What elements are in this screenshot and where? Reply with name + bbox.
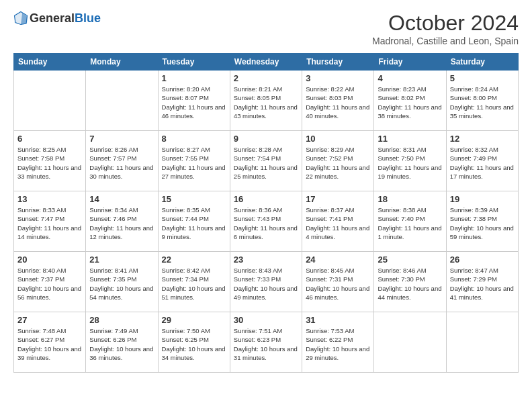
day-info: Sunrise: 8:47 AM Sunset: 7:29 PM Dayligh… [450,266,515,302]
day-info: Sunrise: 8:41 AM Sunset: 7:35 PM Dayligh… [89,266,154,302]
calendar-day-cell: 12Sunrise: 8:32 AM Sunset: 7:49 PM Dayli… [446,131,518,191]
day-number: 3 [306,73,370,83]
day-number: 30 [234,315,298,325]
location-title: Madronal, Castille and Leon, Spain [372,36,519,46]
day-info: Sunrise: 8:36 AM Sunset: 7:43 PM Dayligh… [234,205,298,241]
day-info: Sunrise: 7:49 AM Sunset: 6:26 PM Dayligh… [89,326,154,362]
calendar-week-row: 6Sunrise: 8:25 AM Sunset: 7:58 PM Daylig… [14,131,519,191]
day-number: 9 [234,134,298,144]
day-number: 4 [378,73,442,83]
day-number: 24 [306,255,370,265]
day-number: 19 [450,194,515,204]
day-info: Sunrise: 8:35 AM Sunset: 7:44 PM Dayligh… [162,205,226,241]
day-number: 25 [378,255,442,265]
day-number: 10 [306,134,370,144]
calendar-day-cell: 8Sunrise: 8:27 AM Sunset: 7:55 PM Daylig… [158,131,230,191]
calendar-day-cell: 10Sunrise: 8:29 AM Sunset: 7:52 PM Dayli… [302,131,374,191]
header: GeneralBlue October 2024 Madronal, Casti… [13,11,519,46]
day-info: Sunrise: 7:50 AM Sunset: 6:25 PM Dayligh… [162,326,226,362]
page: GeneralBlue October 2024 Madronal, Casti… [0,0,532,386]
calendar-day-cell: 2Sunrise: 8:21 AM Sunset: 8:05 PM Daylig… [230,71,302,131]
day-number: 13 [17,194,82,204]
calendar-week-row: 27Sunrise: 7:48 AM Sunset: 6:27 PM Dayli… [14,312,519,373]
calendar-day-cell: 28Sunrise: 7:49 AM Sunset: 6:26 PM Dayli… [86,312,158,373]
day-info: Sunrise: 8:23 AM Sunset: 8:02 PM Dayligh… [378,85,442,120]
calendar-week-row: 20Sunrise: 8:40 AM Sunset: 7:37 PM Dayli… [14,252,519,312]
calendar-day-cell: 17Sunrise: 8:37 AM Sunset: 7:41 PM Dayli… [302,191,374,252]
day-info: Sunrise: 7:53 AM Sunset: 6:22 PM Dayligh… [306,326,370,362]
calendar-week-row: 13Sunrise: 8:33 AM Sunset: 7:47 PM Dayli… [14,191,519,252]
calendar-header-row: SundayMondayTuesdayWednesdayThursdayFrid… [14,54,519,71]
calendar-day-cell: 3Sunrise: 8:22 AM Sunset: 8:03 PM Daylig… [302,71,374,131]
day-info: Sunrise: 8:37 AM Sunset: 7:41 PM Dayligh… [306,205,370,241]
day-info: Sunrise: 8:46 AM Sunset: 7:30 PM Dayligh… [378,266,442,302]
calendar-day-cell [86,71,158,131]
calendar-day-cell: 6Sunrise: 8:25 AM Sunset: 7:58 PM Daylig… [14,131,86,191]
day-info: Sunrise: 8:21 AM Sunset: 8:05 PM Dayligh… [234,85,298,120]
calendar-day-cell: 4Sunrise: 8:23 AM Sunset: 8:02 PM Daylig… [374,71,446,131]
calendar-day-header: Wednesday [230,54,302,71]
calendar-day-cell: 24Sunrise: 8:45 AM Sunset: 7:31 PM Dayli… [302,252,374,312]
day-number: 28 [89,315,154,325]
calendar-table: SundayMondayTuesdayWednesdayThursdayFrid… [13,53,519,373]
calendar-day-cell: 23Sunrise: 8:43 AM Sunset: 7:33 PM Dayli… [230,252,302,312]
day-info: Sunrise: 8:38 AM Sunset: 7:40 PM Dayligh… [378,205,442,241]
calendar-day-cell: 14Sunrise: 8:34 AM Sunset: 7:46 PM Dayli… [86,191,158,252]
day-info: Sunrise: 8:25 AM Sunset: 7:58 PM Dayligh… [17,145,82,181]
day-number: 11 [378,134,442,144]
day-info: Sunrise: 8:33 AM Sunset: 7:47 PM Dayligh… [17,205,82,241]
calendar-day-cell: 29Sunrise: 7:50 AM Sunset: 6:25 PM Dayli… [158,312,230,373]
day-info: Sunrise: 7:48 AM Sunset: 6:27 PM Dayligh… [17,326,82,362]
day-number: 5 [450,73,515,83]
calendar-day-cell: 15Sunrise: 8:35 AM Sunset: 7:44 PM Dayli… [158,191,230,252]
day-number: 17 [306,194,370,204]
calendar-day-cell: 31Sunrise: 7:53 AM Sunset: 6:22 PM Dayli… [302,312,374,373]
day-number: 1 [162,73,226,83]
day-number: 23 [234,255,298,265]
day-info: Sunrise: 8:45 AM Sunset: 7:31 PM Dayligh… [306,266,370,302]
calendar-day-cell: 16Sunrise: 8:36 AM Sunset: 7:43 PM Dayli… [230,191,302,252]
day-number: 31 [306,315,370,325]
title-block: October 2024 Madronal, Castille and Leon… [372,11,519,46]
calendar-day-header: Saturday [446,54,518,71]
day-number: 26 [450,255,515,265]
calendar-day-cell: 25Sunrise: 8:46 AM Sunset: 7:30 PM Dayli… [374,252,446,312]
general-blue-icon [13,11,28,26]
calendar-day-header: Sunday [14,54,86,71]
calendar-day-cell: 21Sunrise: 8:41 AM Sunset: 7:35 PM Dayli… [86,252,158,312]
day-number: 14 [89,194,154,204]
day-info: Sunrise: 7:51 AM Sunset: 6:23 PM Dayligh… [234,326,298,362]
day-info: Sunrise: 8:40 AM Sunset: 7:37 PM Dayligh… [17,266,82,302]
day-info: Sunrise: 8:24 AM Sunset: 8:00 PM Dayligh… [450,85,515,120]
calendar-day-cell: 7Sunrise: 8:26 AM Sunset: 7:57 PM Daylig… [86,131,158,191]
calendar-day-cell [446,312,518,373]
calendar-day-cell: 20Sunrise: 8:40 AM Sunset: 7:37 PM Dayli… [14,252,86,312]
month-title: October 2024 [372,11,519,36]
calendar-day-header: Thursday [302,54,374,71]
calendar-day-cell [374,312,446,373]
day-number: 22 [162,255,226,265]
calendar-day-header: Monday [86,54,158,71]
day-info: Sunrise: 8:34 AM Sunset: 7:46 PM Dayligh… [89,205,154,241]
day-info: Sunrise: 8:32 AM Sunset: 7:49 PM Dayligh… [450,145,515,181]
day-number: 7 [89,134,154,144]
calendar-day-cell [14,71,86,131]
day-info: Sunrise: 8:39 AM Sunset: 7:38 PM Dayligh… [450,205,515,241]
calendar-week-row: 1Sunrise: 8:20 AM Sunset: 8:07 PM Daylig… [14,71,519,131]
day-info: Sunrise: 8:26 AM Sunset: 7:57 PM Dayligh… [89,145,154,181]
calendar-day-cell: 19Sunrise: 8:39 AM Sunset: 7:38 PM Dayli… [446,191,518,252]
logo-general: General [30,11,75,26]
day-number: 16 [234,194,298,204]
day-info: Sunrise: 8:28 AM Sunset: 7:54 PM Dayligh… [234,145,298,181]
day-number: 27 [17,315,82,325]
day-number: 15 [162,194,226,204]
calendar-day-cell: 13Sunrise: 8:33 AM Sunset: 7:47 PM Dayli… [14,191,86,252]
day-info: Sunrise: 8:29 AM Sunset: 7:52 PM Dayligh… [306,145,370,181]
day-info: Sunrise: 8:43 AM Sunset: 7:33 PM Dayligh… [234,266,298,302]
calendar-day-header: Friday [374,54,446,71]
day-number: 18 [378,194,442,204]
calendar-day-header: Tuesday [158,54,230,71]
logo: GeneralBlue [13,11,101,26]
day-number: 2 [234,73,298,83]
calendar-day-cell: 30Sunrise: 7:51 AM Sunset: 6:23 PM Dayli… [230,312,302,373]
